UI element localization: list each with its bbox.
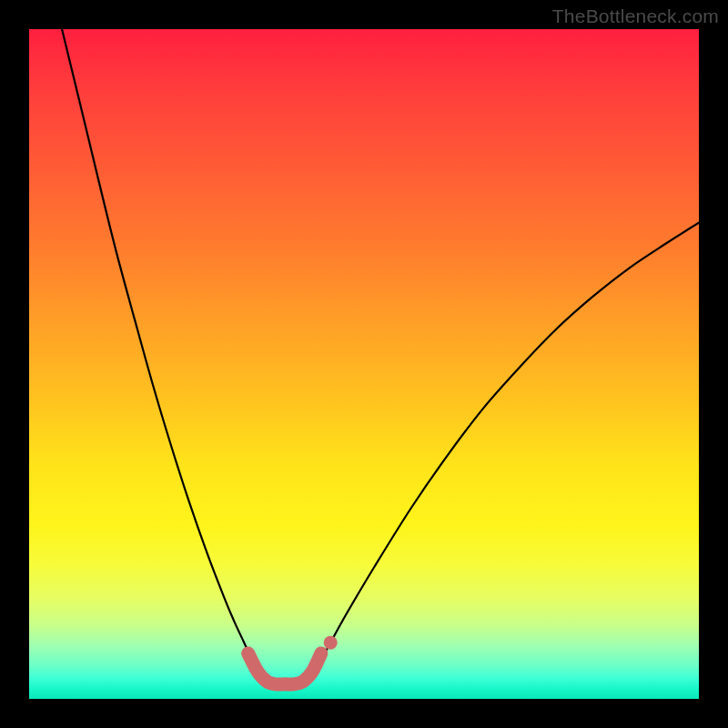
curve-layer [29, 29, 699, 699]
left-curve [62, 29, 262, 677]
right-curve [309, 223, 699, 677]
highlight-marker-dot [324, 636, 338, 650]
plot-area [29, 29, 699, 699]
chart-frame: TheBottleneck.com [0, 0, 728, 728]
watermark-text: TheBottleneck.com [552, 5, 719, 27]
valley-highlight [248, 653, 321, 684]
